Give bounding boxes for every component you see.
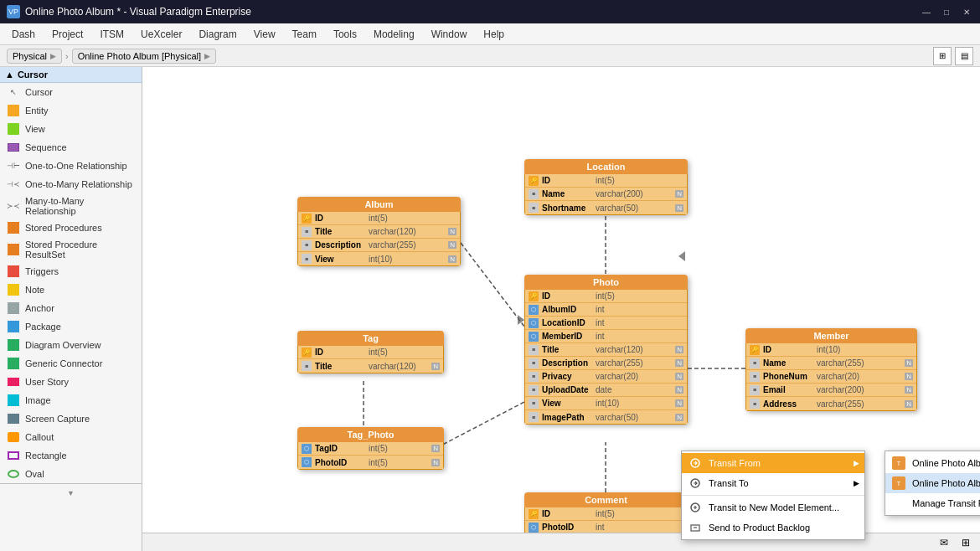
table-album[interactable]: Album 🔑 ID int(5) ≡ Title varchar(120) N…: [297, 197, 461, 266]
col-icon: ≡: [529, 189, 539, 199]
menu-modeling[interactable]: Modeling: [365, 25, 423, 44]
menu-itsm[interactable]: ITSM: [91, 25, 132, 44]
col-type: varchar(50): [596, 203, 672, 213]
null-badge: N: [448, 241, 456, 249]
panel-item-generic-connector[interactable]: Generic Connector: [0, 354, 142, 373]
col-type: int(5): [596, 291, 683, 301]
transit-to-icon: [689, 476, 702, 490]
panel-item-one-to-many[interactable]: ⊣≺ One-to-Many Relationship: [0, 175, 142, 193]
title-text: Online Photo Album * - Visual Paradigm E…: [25, 6, 920, 18]
null-badge: N: [905, 386, 913, 394]
table-row: 🔑 ID int(10): [746, 343, 916, 357]
pk-icon: 🔑: [529, 509, 539, 519]
svg-line-1: [461, 243, 524, 327]
ctx-separator: [682, 495, 864, 496]
panel-item-diagram-overview[interactable]: Diagram Overview: [0, 336, 142, 354]
table-member[interactable]: Member 🔑 ID int(10) ≡ Name varchar(255) …: [745, 328, 917, 411]
panel-item-many-to-many[interactable]: ≻≺ Many-to-Many Relationship: [0, 193, 142, 219]
table-photo-header: Photo: [524, 275, 688, 290]
col-name: UploadDate: [542, 385, 592, 394]
panel-item-user-story[interactable]: User Story: [0, 373, 142, 391]
panel-label-generic-connector: Generic Connector: [25, 358, 102, 368]
col-name: Title: [315, 362, 365, 371]
panel-item-view[interactable]: View: [0, 120, 142, 138]
svg-marker-6: [678, 251, 685, 261]
menu-view[interactable]: View: [245, 25, 284, 44]
status-settings-icon[interactable]: ⊞: [958, 535, 973, 550]
menu-tools[interactable]: Tools: [325, 25, 365, 44]
menu-dash[interactable]: Dash: [3, 25, 44, 44]
menu-project[interactable]: Project: [44, 25, 91, 44]
breadcrumb-grid-icon[interactable]: ⊞: [933, 47, 952, 65]
table-location[interactable]: Location 🔑 ID int(5) ≡ Name varchar(200)…: [524, 159, 688, 215]
panel-item-package[interactable]: Package: [0, 317, 142, 336]
context-menu-panel: Transit From ▶ Transit To ▶ Transit to N…: [681, 451, 865, 540]
ctx-transit-to[interactable]: Transit To ▶: [682, 473, 864, 493]
null-badge: N: [675, 373, 683, 380]
panel-item-note[interactable]: Note: [0, 281, 142, 299]
diagram-canvas[interactable]: Location 🔑 ID int(5) ≡ Name varchar(200)…: [142, 67, 980, 551]
col-icon: ≡: [302, 361, 312, 371]
transit-new-icon: [689, 501, 702, 514]
table-photo[interactable]: Photo 🔑 ID int(5) ⬡ AlbumID int ⬡ Locati…: [524, 275, 688, 425]
table-row: 🔑 ID int(5): [525, 174, 687, 188]
panel-label-stored-result: Stored Procedure ResultSet: [25, 239, 135, 260]
minimize-button[interactable]: —: [920, 5, 933, 18]
panel-item-rectangle[interactable]: Rectangle: [0, 446, 142, 465]
panel-item-screen-capture[interactable]: Screen Capture: [0, 409, 142, 428]
col-icon: ≡: [750, 399, 760, 409]
panel-item-triggers[interactable]: Triggers: [0, 262, 142, 281]
ctx-transit-new[interactable]: Transit to New Model Element...: [682, 497, 864, 518]
ctx-send-backlog-label: Send to Product Backlog: [709, 523, 810, 533]
breadcrumb-physical-label: Physical: [13, 51, 47, 61]
breadcrumb-layout-icon[interactable]: ▤: [955, 47, 973, 65]
null-badge: N: [448, 255, 456, 263]
table-tag[interactable]: Tag 🔑 ID int(5) ≡ Title varchar(120) N: [297, 331, 444, 373]
submenu-online-photo-label: Online Photo Album.Photo: [912, 458, 980, 468]
panel-label-cursor: Cursor: [25, 87, 53, 97]
menu-uexceler[interactable]: UeXceler: [132, 25, 190, 44]
panel-item-stored-result[interactable]: Stored Procedure ResultSet: [0, 237, 142, 262]
panel-item-sequence[interactable]: Sequence: [0, 138, 142, 157]
panel-item-callout[interactable]: Callout: [0, 428, 142, 446]
col-name: ID: [542, 291, 592, 301]
maximize-button[interactable]: □: [940, 5, 953, 18]
col-type: varchar(200): [596, 189, 672, 198]
ctx-send-backlog[interactable]: Send to Product Backlog: [682, 518, 864, 538]
breadcrumb-separator: ›: [65, 51, 69, 61]
panel-item-image[interactable]: Image: [0, 391, 142, 409]
close-button[interactable]: ✕: [960, 5, 973, 18]
table-tag-photo-body: ⬡ TagID int(5) N ⬡ PhotoID int(5) N: [297, 442, 444, 470]
table-row: 🔑 ID int(5): [298, 212, 460, 225]
table-member-body: 🔑 ID int(10) ≡ Name varchar(255) N ≡ Pho…: [745, 343, 917, 411]
table-row: ≡ View int(10) N: [525, 397, 687, 410]
col-type: varchar(20): [817, 372, 901, 381]
null-badge: N: [675, 204, 683, 212]
menu-team[interactable]: Team: [284, 25, 325, 44]
submenu-online-photo[interactable]: T Online Photo Album.Photo: [885, 453, 980, 473]
panel-item-oval[interactable]: Oval: [0, 465, 142, 483]
menu-window[interactable]: Window: [423, 25, 476, 44]
null-badge: N: [675, 346, 683, 353]
submenu-manage-transit[interactable]: Manage Transit From...: [885, 493, 980, 513]
null-badge: N: [431, 445, 440, 452]
null-badge: N: [675, 190, 683, 198]
menu-help[interactable]: Help: [475, 25, 513, 44]
panel-item-cursor[interactable]: ↖ Cursor: [0, 83, 142, 101]
submenu: T Online Photo Album.Photo T Online Phot…: [885, 451, 980, 516]
ctx-transit-from[interactable]: Transit From ▶: [682, 453, 864, 473]
menu-diagram[interactable]: Diagram: [190, 25, 245, 44]
breadcrumb-physical[interactable]: Physical ▶: [7, 49, 62, 64]
status-mail-icon[interactable]: ✉: [936, 535, 952, 550]
panel-item-stored-proc[interactable]: Stored Procedures: [0, 219, 142, 237]
package-icon: [7, 320, 20, 333]
panel-item-one-to-one[interactable]: ⊣⊢ One-to-One Relationship: [0, 157, 142, 175]
panel-item-anchor[interactable]: Anchor: [0, 299, 142, 317]
panel-item-entity[interactable]: Entity: [0, 101, 142, 120]
breadcrumb-album[interactable]: Online Photo Album [Physical] ▶: [72, 49, 216, 64]
submenu-photo-icon: T: [892, 456, 905, 470]
submenu-online-logical[interactable]: T Online Photo Album [Logical].Photo: [885, 473, 980, 493]
col-type: int(5): [369, 444, 428, 453]
table-tag-photo[interactable]: Tag_Photo ⬡ TagID int(5) N ⬡ PhotoID int…: [297, 427, 444, 470]
fk-icon: ⬡: [529, 318, 539, 328]
